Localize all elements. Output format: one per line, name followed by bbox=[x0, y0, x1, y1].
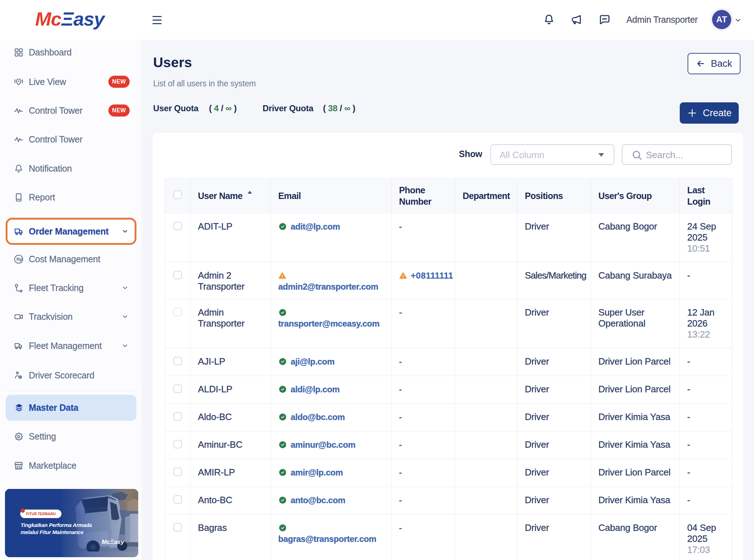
svg-text:Rp: Rp bbox=[16, 257, 22, 262]
